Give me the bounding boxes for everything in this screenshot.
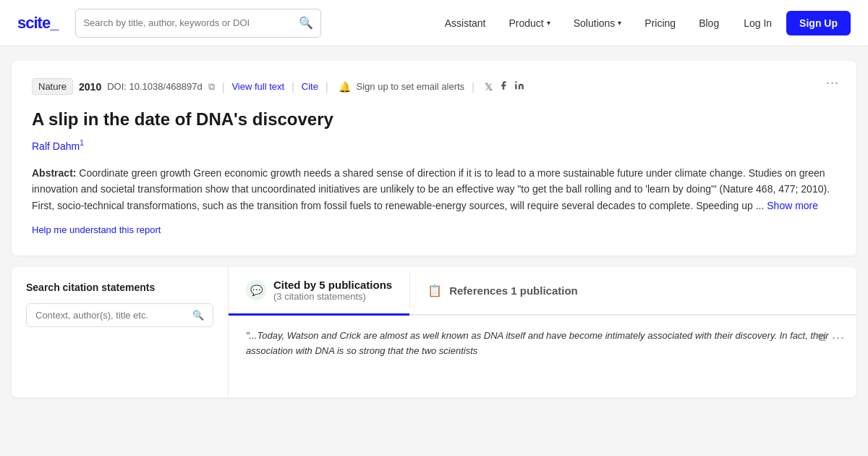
paper-meta: Nature 2010 DOI: 10.1038/468897d ⧉ | Vie… xyxy=(32,78,836,95)
more-options-button[interactable]: ··· xyxy=(826,75,839,90)
citation-quote: "...Today, Watson and Crick are almost a… xyxy=(229,316,856,397)
tab-cited-by-main: Cited by 5 publications xyxy=(273,279,392,291)
nav-item-product[interactable]: Product ▾ xyxy=(499,12,561,35)
help-understand-link[interactable]: Help me understand this report xyxy=(32,224,161,235)
citation-search-panel: Search citation statements 🔍 xyxy=(12,267,229,397)
cited-by-icon: 💬 xyxy=(246,280,266,300)
linkedin-icon[interactable] xyxy=(514,80,524,93)
logo[interactable]: scite_ xyxy=(17,14,58,33)
abstract-label: Abstract: xyxy=(32,167,76,179)
quote-actions: ⧉ ··· xyxy=(818,327,845,348)
author-link[interactable]: Ralf Dahm1 xyxy=(32,140,84,152)
chevron-down-icon: ▾ xyxy=(547,19,550,27)
paper-abstract: Abstract: Coordinate green growth Green … xyxy=(32,165,836,214)
nav-item-blog[interactable]: Blog xyxy=(689,12,729,35)
paper-card: Nature 2010 DOI: 10.1038/468897d ⧉ | Vie… xyxy=(12,61,856,256)
copy-doi-icon[interactable]: ⧉ xyxy=(208,81,215,93)
journal-badge: Nature xyxy=(32,78,73,95)
nav-item-pricing[interactable]: Pricing xyxy=(634,12,686,35)
abstract-body: Coordinate green growth Green economic g… xyxy=(32,167,830,211)
twitter-icon[interactable]: 𝕏 xyxy=(485,81,493,93)
signup-button[interactable]: Sign Up xyxy=(786,11,851,35)
nav-item-solutions[interactable]: Solutions ▾ xyxy=(563,12,632,35)
nav-item-assistant[interactable]: Assistant xyxy=(435,12,496,35)
cite-link[interactable]: Cite xyxy=(302,81,318,92)
search-input[interactable] xyxy=(83,17,293,28)
citation-search-input[interactable] xyxy=(35,310,187,321)
quote-more-button[interactable]: ··· xyxy=(832,327,845,348)
search-small-icon: 🔍 xyxy=(192,310,204,321)
bottom-section: Search citation statements 🔍 💬 Cited by … xyxy=(12,267,856,397)
navbar: scite_ 🔍 Assistant Product ▾ Solutions ▾… xyxy=(0,0,868,46)
tabs-header: 💬 Cited by 5 publications (3 citation st… xyxy=(229,267,856,316)
quote-text: "...Today, Watson and Crick are almost a… xyxy=(246,330,829,356)
search-icon: 🔍 xyxy=(299,16,313,30)
bell-icon: 🔔 xyxy=(339,81,351,93)
main-container: Nature 2010 DOI: 10.1038/468897d ⧉ | Vie… xyxy=(0,61,868,397)
tab-cited-by[interactable]: 💬 Cited by 5 publications (3 citation st… xyxy=(229,267,409,316)
login-button[interactable]: Log In xyxy=(732,12,783,35)
tabs-section: 💬 Cited by 5 publications (3 citation st… xyxy=(229,267,856,397)
nav-links: Assistant Product ▾ Solutions ▾ Pricing … xyxy=(435,11,851,35)
citation-search-field[interactable]: 🔍 xyxy=(26,303,213,327)
view-full-text-link[interactable]: View full text xyxy=(231,81,284,92)
paper-authors: Ralf Dahm1 xyxy=(32,139,836,152)
chevron-down-icon: ▾ xyxy=(618,19,621,27)
paper-title: A slip in the date of DNA's discovery xyxy=(32,108,836,130)
tab-cited-by-sub: (3 citation statements) xyxy=(273,291,392,302)
quote-copy-button[interactable]: ⧉ xyxy=(818,329,826,346)
paper-year: 2010 xyxy=(79,81,101,93)
paper-doi: DOI: 10.1038/468897d xyxy=(107,81,203,92)
tab-references-label: References 1 publication xyxy=(449,284,578,297)
citation-search-title: Search citation statements xyxy=(26,282,213,293)
social-links: 𝕏 xyxy=(485,80,524,93)
references-icon: 📋 xyxy=(427,284,442,297)
facebook-icon[interactable] xyxy=(498,80,509,93)
alert-text: Sign up to set email alerts xyxy=(357,81,465,92)
search-bar: 🔍 xyxy=(75,9,321,38)
tab-references[interactable]: 📋 References 1 publication xyxy=(410,267,595,316)
show-more-link[interactable]: Show more xyxy=(767,200,818,211)
svg-point-0 xyxy=(515,81,516,83)
